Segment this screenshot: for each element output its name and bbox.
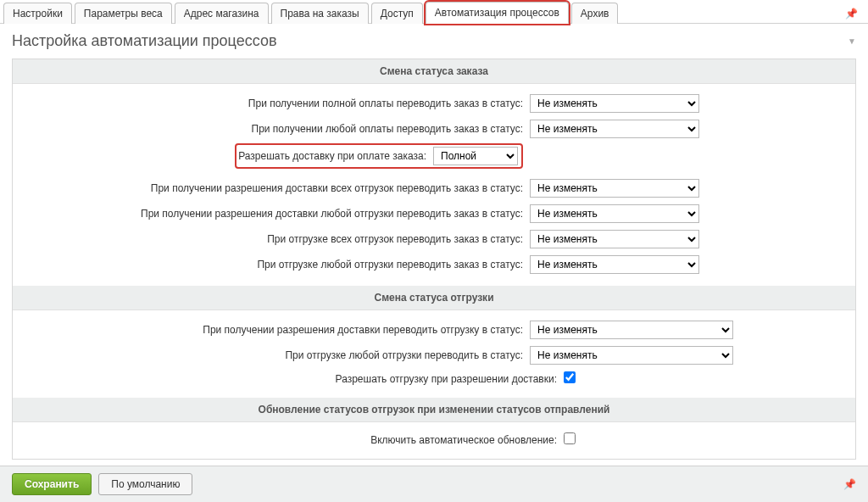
row-shipment-any: При отгрузке любой отгрузки переводить в… bbox=[13, 343, 855, 368]
row-any-payment: При получении любой оплаты переводить за… bbox=[13, 116, 855, 142]
label-allow-shipment-check: Разрешать отгрузку при разрешении достав… bbox=[21, 373, 564, 385]
row-allow-delivery: Разрешать доставку при оплате заказа: По… bbox=[13, 142, 855, 170]
tab-order-rights[interactable]: Права на заказы bbox=[271, 3, 369, 24]
row-full-payment: При получении полной оплаты переводить з… bbox=[13, 91, 855, 116]
group-auto-update-header: Обновление статусов отгрузок при изменен… bbox=[13, 398, 855, 422]
label-allow-delivery: Разрешать доставку при оплате заказа: bbox=[238, 150, 433, 162]
pin-bottom-icon[interactable]: 📌 bbox=[843, 478, 856, 490]
row-any-shipment-permission: При получении разрешения доставки любой … bbox=[13, 201, 855, 226]
label-full-payment: При получении полной оплаты переводить з… bbox=[21, 98, 530, 109]
row-any-shipped: При отгрузке любой отгрузки переводить з… bbox=[13, 252, 855, 277]
group-shipment-status-body: При получении разрешения доставки перево… bbox=[13, 310, 855, 398]
select-all-shipped[interactable]: Не изменять bbox=[530, 230, 699, 248]
select-all-shipments-permission[interactable]: Не изменять bbox=[530, 179, 699, 198]
form-panel: Смена статуса заказа При получении полно… bbox=[12, 59, 856, 460]
label-auto-update: Включить автоматическое обновление: bbox=[21, 434, 564, 446]
tab-archive[interactable]: Архив bbox=[571, 3, 619, 24]
default-button[interactable]: По умолчанию bbox=[98, 473, 192, 495]
pin-icon[interactable]: 📌 bbox=[838, 4, 865, 23]
select-full-payment[interactable]: Не изменять bbox=[530, 94, 699, 113]
label-all-shipments-permission: При получении разрешения доставки всех о… bbox=[21, 182, 530, 194]
checkbox-allow-shipment[interactable] bbox=[564, 371, 576, 383]
label-any-shipped: При отгрузке любой отгрузки переводить з… bbox=[21, 259, 530, 271]
select-any-shipment-permission[interactable]: Не изменять bbox=[530, 204, 699, 223]
select-any-payment[interactable]: Не изменять bbox=[530, 120, 699, 138]
group-order-status-body: При получении полной оплаты переводить з… bbox=[13, 84, 855, 286]
collapse-icon[interactable]: ▼ bbox=[848, 36, 856, 46]
tab-automation[interactable]: Автоматизация процессов bbox=[426, 2, 569, 24]
save-button[interactable]: Сохранить bbox=[12, 473, 92, 495]
tab-access[interactable]: Доступ bbox=[371, 3, 423, 24]
tab-weight-params[interactable]: Параметры веса bbox=[75, 3, 172, 24]
row-auto-update: Включить автоматическое обновление: bbox=[13, 429, 855, 450]
bottom-bar: Сохранить По умолчанию 📌 bbox=[0, 466, 868, 502]
label-any-payment: При получении любой оплаты переводить за… bbox=[21, 123, 530, 135]
select-shipment-any[interactable]: Не изменять bbox=[530, 346, 733, 365]
page-title: Настройка автоматизации процессов bbox=[12, 32, 276, 50]
select-allow-delivery[interactable]: Полной bbox=[433, 147, 518, 165]
select-any-shipped[interactable]: Не изменять bbox=[530, 255, 699, 274]
group-order-status-header: Смена статуса заказа bbox=[13, 59, 855, 84]
row-allow-shipment-checkbox: Разрешать отгрузку при разрешении достав… bbox=[13, 368, 855, 389]
tab-bar: Настройки Параметры веса Адрес магазина … bbox=[0, 0, 868, 24]
select-shipment-permission[interactable]: Не изменять bbox=[530, 321, 733, 339]
row-shipment-permission: При получении разрешения доставки перево… bbox=[13, 317, 855, 343]
label-any-shipment-permission: При получении разрешения доставки любой … bbox=[21, 208, 530, 220]
row-all-shipped: При отгрузке всех отгрузок переводить за… bbox=[13, 226, 855, 252]
label-all-shipped: При отгрузке всех отгрузок переводить за… bbox=[21, 233, 530, 245]
tab-shop-address[interactable]: Адрес магазина bbox=[175, 3, 269, 24]
checkbox-auto-update[interactable] bbox=[564, 432, 576, 444]
section-title-row: Настройка автоматизации процессов ▼ bbox=[0, 24, 868, 59]
tab-settings[interactable]: Настройки bbox=[3, 3, 72, 24]
highlight-allow-delivery: Разрешать доставку при оплате заказа: По… bbox=[236, 145, 521, 167]
label-shipment-any: При отгрузке любой отгрузки переводить в… bbox=[21, 349, 530, 361]
row-all-shipments-permission: При получении разрешения доставки всех о… bbox=[13, 176, 855, 201]
group-auto-update-body: Включить автоматическое обновление: bbox=[13, 422, 855, 459]
group-shipment-status-header: Смена статуса отгрузки bbox=[13, 286, 855, 310]
label-shipment-permission: При получении разрешения доставки перево… bbox=[21, 324, 530, 336]
